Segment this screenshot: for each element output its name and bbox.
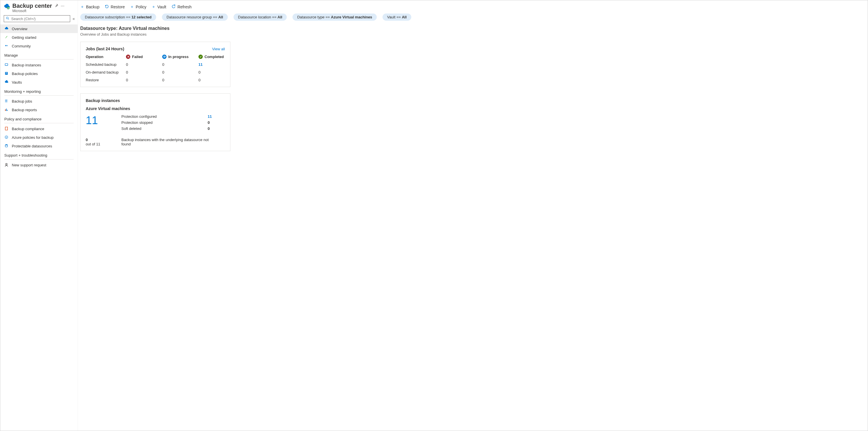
cell: 0 [162, 68, 198, 74]
bi-total[interactable]: 11 [86, 114, 115, 131]
cell: 0 [126, 61, 162, 67]
content: Datasource type: Azure Virtual machines … [78, 26, 868, 158]
svg-rect-12 [5, 127, 7, 130]
nav-label: Vaults [12, 80, 22, 85]
nav-label: Protectable datasources [12, 144, 52, 148]
nav-azure-policies[interactable]: Azure policies for backup [0, 133, 78, 142]
nav-backup-compliance[interactable]: Backup compliance [0, 124, 78, 133]
toolbar-restore[interactable]: Restore [105, 4, 125, 9]
bi-row-val[interactable]: 11 [208, 114, 225, 119]
nav-community[interactable]: Community [0, 42, 78, 50]
nav-label: Backup reports [12, 108, 37, 112]
col-inprogress: ⟳In progress [162, 55, 198, 59]
nav-label: Azure policies for backup [12, 135, 54, 140]
sidebar: Backup center ⋯ Microsoft « [0, 0, 78, 431]
toolbar: ＋Backup Restore ＋Policy ＋Vault Refresh [78, 0, 868, 13]
jobs-card-title: Jobs (last 24 Hours) [86, 46, 124, 51]
toolbar-refresh[interactable]: Refresh [172, 4, 191, 9]
filter-datasource-type[interactable]: Datasource type == Azure Virtual machine… [292, 13, 377, 21]
cell: 0 [198, 76, 227, 82]
svg-rect-11 [7, 110, 7, 111]
bi-row-label: Protection configured [121, 114, 208, 119]
plus-icon: ＋ [130, 4, 134, 9]
cloud-check-icon [4, 27, 9, 31]
plus-icon: ＋ [80, 4, 84, 9]
toolbar-backup[interactable]: ＋Backup [80, 4, 99, 9]
nav-label: Backup jobs [12, 99, 32, 103]
bi-table: Protection configured11 Protection stopp… [121, 114, 225, 131]
nav-label: Getting started [12, 35, 36, 40]
jobs-card: Jobs (last 24 Hours) View all Operation … [80, 42, 230, 87]
pin-icon[interactable] [54, 3, 58, 8]
svg-point-4 [7, 45, 8, 46]
more-icon[interactable]: ⋯ [61, 4, 64, 8]
filter-bar: Datasource subscription == 12 selected D… [78, 13, 868, 26]
jobs-icon [4, 99, 9, 103]
filter-subscription[interactable]: Datasource subscription == 12 selected [80, 13, 156, 21]
plus-icon: ＋ [152, 4, 156, 9]
content-title: Datasource type: Azure Virtual machines [80, 26, 865, 31]
filter-location[interactable]: Datasource location == All [234, 13, 287, 21]
toolbar-vault[interactable]: ＋Vault [152, 4, 166, 9]
nav-backup-jobs[interactable]: Backup jobs [0, 97, 78, 105]
inprogress-icon: ⟳ [162, 55, 166, 59]
nav-backup-reports[interactable]: Backup reports [0, 105, 78, 114]
svg-point-3 [5, 45, 6, 46]
nav-backup-instances[interactable]: Backup instances [0, 61, 78, 69]
search-input[interactable] [11, 16, 68, 21]
nav-group-monitoring: Monitoring + reporting [0, 87, 78, 95]
community-icon [4, 44, 9, 48]
nav-overview[interactable]: Overview [0, 25, 78, 33]
nav-label: Overview [12, 27, 27, 31]
cell: 0 [126, 76, 162, 82]
rocket-icon [4, 35, 9, 40]
search-box[interactable] [4, 15, 70, 22]
backup-center-icon [4, 4, 10, 10]
bi-row-label: Soft deleted [121, 126, 208, 131]
compliance-icon [4, 126, 9, 131]
nav: Overview Getting started Community Manag… [0, 25, 78, 169]
restore-icon [105, 4, 109, 9]
cell-link[interactable]: 11 [198, 61, 227, 67]
bi-card-title: Backup instances [86, 98, 225, 103]
svg-point-1 [6, 17, 8, 19]
nav-group-manage: Manage [0, 50, 78, 59]
datasource-icon [4, 144, 9, 148]
bi-footer-count: 0 out of 11 [86, 138, 115, 146]
search-icon [6, 16, 9, 21]
svg-rect-7 [6, 73, 7, 73]
nav-label: Community [12, 44, 31, 48]
nav-label: Backup compliance [12, 127, 44, 131]
completed-icon: ✓ [198, 55, 203, 59]
cell: 0 [162, 76, 198, 82]
nav-vaults[interactable]: Vaults [0, 78, 78, 87]
refresh-icon [172, 4, 176, 9]
azure-policy-icon [4, 135, 9, 140]
collapse-sidebar-icon[interactable]: « [72, 16, 75, 21]
filter-vault[interactable]: Vault == All [382, 13, 411, 21]
jobs-table: Operation ✕Failed ⟳In progress ✓Complete… [86, 55, 225, 82]
svg-rect-10 [6, 109, 7, 111]
content-subtitle: Overview of Jobs and Backup instances [80, 32, 865, 36]
row-scheduled: Scheduled backup [86, 61, 126, 67]
view-all-link[interactable]: View all [212, 47, 225, 51]
svg-line-2 [8, 19, 9, 20]
policies-icon [4, 71, 9, 76]
filter-resource-group[interactable]: Datasource resource group == All [162, 13, 228, 21]
nav-label: New support request [12, 163, 46, 167]
nav-new-support-request[interactable]: New support request [0, 161, 78, 169]
col-operation: Operation [86, 55, 126, 59]
bi-row-val: 0 [208, 121, 225, 125]
nav-backup-policies[interactable]: Backup policies [0, 69, 78, 78]
cell: 0 [126, 68, 162, 74]
nav-getting-started[interactable]: Getting started [0, 33, 78, 42]
search-row: « [0, 14, 78, 25]
nav-protectable-ds[interactable]: Protectable datasources [0, 142, 78, 150]
reports-icon [4, 107, 9, 112]
nav-label: Backup instances [12, 63, 41, 67]
instances-icon [4, 63, 9, 67]
toolbar-policy[interactable]: ＋Policy [130, 4, 146, 9]
bi-row-label: Protection stopped [121, 121, 208, 125]
bi-row-val: 0 [208, 126, 225, 131]
row-ondemand: On-demand backup [86, 68, 126, 74]
